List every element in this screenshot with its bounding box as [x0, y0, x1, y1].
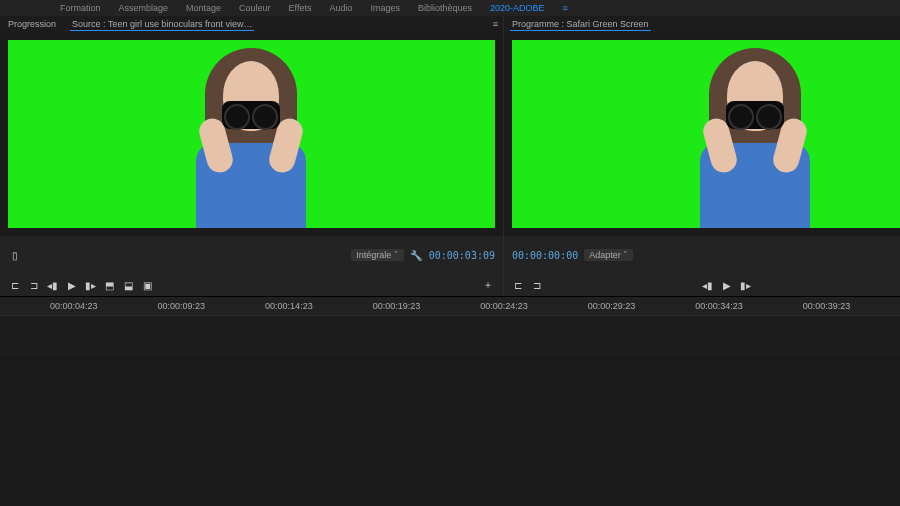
timeline-mark: 00:00:24:23: [480, 301, 528, 311]
program-header: Programme : Safari Green Screen ≡: [504, 16, 900, 32]
workspace-menu-icon[interactable]: ≡: [563, 3, 568, 13]
workspace-tabs: FormationAssemblageMontageCouleurEffetsA…: [0, 0, 900, 16]
timeline-mark: 00:00:34:23: [695, 301, 743, 311]
program-transport: ⊏ ⊐ ◂▮ ▶ ▮▸ ⬑ ⬏ ▣ ◫ ＋: [504, 274, 900, 296]
timeline-mark: 00:00:04:23: [50, 301, 98, 311]
workspace-tab[interactable]: Bibliothèques: [418, 3, 472, 13]
source-header: Progression Source : Teen girl use binoc…: [0, 16, 503, 32]
workspace-tab[interactable]: Assemblage: [119, 3, 169, 13]
mark-in-icon[interactable]: ⊏: [512, 279, 525, 292]
timeline-panel[interactable]: 00:00:04:2300:00:09:2300:00:14:2300:00:1…: [0, 296, 900, 506]
play-icon[interactable]: ▶: [720, 279, 733, 292]
green-screen-video: [512, 40, 900, 228]
main-area: Progression Source : Teen girl use binoc…: [0, 16, 900, 506]
workspace-tab[interactable]: Couleur: [239, 3, 271, 13]
source-title-tab[interactable]: Source : Teen girl use binoculars front …: [70, 18, 254, 31]
workspace-tab[interactable]: Formation: [60, 3, 101, 13]
mark-out-icon[interactable]: ⊐: [531, 279, 544, 292]
workspace-tab[interactable]: Audio: [329, 3, 352, 13]
insert-icon[interactable]: ⬒: [103, 279, 116, 292]
step-fwd-icon[interactable]: ▮▸: [739, 279, 752, 292]
overwrite-icon[interactable]: ⬓: [122, 279, 135, 292]
program-monitor[interactable]: [504, 32, 900, 236]
left-column: Progression Source : Teen girl use binoc…: [0, 16, 900, 506]
hd-icon[interactable]: ▯: [8, 249, 21, 262]
timeline-mark: 00:00:14:23: [265, 301, 313, 311]
progression-tab[interactable]: Progression: [6, 18, 58, 30]
source-timecode[interactable]: 00:00:03:09: [429, 250, 495, 261]
timeline-mark: 00:00:09:23: [158, 301, 206, 311]
green-screen-video: [8, 40, 495, 228]
wrench-icon[interactable]: 🔧: [410, 249, 423, 262]
program-controls: 00:00:00:00 Adapter ˅ 🔧 00:00:03:07: [504, 236, 900, 274]
workspace-tab[interactable]: Images: [371, 3, 401, 13]
source-transport: ⊏ ⊐ ◂▮ ▶ ▮▸ ⬒ ⬓ ▣ ＋: [0, 274, 503, 296]
timeline-mark: 00:00:39:23: [803, 301, 851, 311]
workspace-tab[interactable]: Effets: [289, 3, 312, 13]
step-back-icon[interactable]: ◂▮: [46, 279, 59, 292]
timeline-mark: 00:00:19:23: [373, 301, 421, 311]
program-fit-select[interactable]: Adapter ˅: [584, 249, 633, 261]
program-tc-left[interactable]: 00:00:00:00: [512, 250, 578, 261]
program-panel: Programme : Safari Green Screen ≡ 00:00:…: [504, 16, 900, 296]
step-fwd-icon[interactable]: ▮▸: [84, 279, 97, 292]
timeline-ruler[interactable]: 00:00:04:2300:00:09:2300:00:14:2300:00:1…: [0, 297, 900, 316]
source-fit-select[interactable]: Intégrale ˅: [351, 249, 404, 261]
panel-menu-icon[interactable]: ≡: [493, 19, 497, 29]
timeline-mark: 00:00:29:23: [588, 301, 636, 311]
source-panel: Progression Source : Teen girl use binoc…: [0, 16, 504, 296]
source-monitor[interactable]: [0, 32, 503, 236]
mark-in-icon[interactable]: ⊏: [8, 279, 21, 292]
source-controls: ▯ Intégrale ˅ 🔧 00:00:03:09: [0, 236, 503, 274]
workspace-tab[interactable]: 2020-ADOBE: [490, 3, 545, 13]
step-back-icon[interactable]: ◂▮: [701, 279, 714, 292]
plus-icon[interactable]: ＋: [482, 279, 495, 292]
workspace-tab[interactable]: Montage: [186, 3, 221, 13]
timeline-tracks[interactable]: [0, 316, 900, 356]
mark-out-icon[interactable]: ⊐: [27, 279, 40, 292]
play-icon[interactable]: ▶: [65, 279, 78, 292]
monitor-row: Progression Source : Teen girl use binoc…: [0, 16, 900, 296]
export-frame-icon[interactable]: ▣: [141, 279, 154, 292]
program-title-tab[interactable]: Programme : Safari Green Screen: [510, 18, 651, 31]
